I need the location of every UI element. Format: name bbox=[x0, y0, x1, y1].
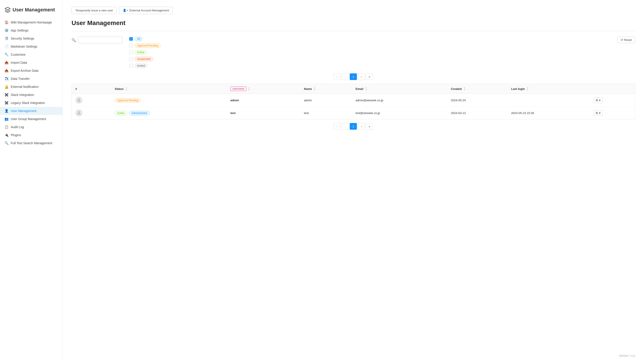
sidebar-item-audit-log[interactable]: 📋 Audit Log bbox=[0, 123, 62, 131]
footer: GROWI 7.0.6 bbox=[62, 350, 644, 362]
sidebar-nav: 🏠 Wiki Management Homepage ⚙️ App Settin… bbox=[0, 18, 62, 147]
filter-checkbox-approval-pending[interactable] bbox=[129, 44, 133, 48]
external-account-label: External Account Management bbox=[130, 9, 169, 12]
cell-email-1: test@weseek.co.jp bbox=[352, 107, 447, 120]
sidebar-item-data-transfer[interactable]: ✈️ Data Transfer bbox=[0, 75, 62, 83]
col-status: Status ▲ ▼ bbox=[111, 84, 227, 94]
reset-label: Reset bbox=[624, 38, 632, 42]
cell-status-0: Approval Pending bbox=[111, 94, 227, 107]
page-first-top[interactable]: « bbox=[334, 73, 341, 80]
page-last-top[interactable]: » bbox=[366, 73, 373, 80]
app-title: User Management bbox=[12, 7, 55, 13]
pagination-bottom: « ‹ 1 › » bbox=[72, 123, 635, 130]
cell-number-1 bbox=[72, 107, 111, 120]
cell-username-1: test bbox=[227, 107, 300, 120]
status-badge-0: Approval Pending bbox=[115, 98, 141, 103]
avatar-0 bbox=[75, 96, 82, 104]
logo-icon bbox=[4, 7, 11, 13]
search-icon: 🔍 bbox=[72, 38, 76, 42]
filter-checkbox-suspended[interactable] bbox=[129, 57, 133, 61]
sidebar-item-user-group[interactable]: 👥 User Group Management bbox=[0, 115, 62, 123]
sidebar: User Management 🏠 Wiki Management Homepa… bbox=[0, 0, 62, 362]
status-sort[interactable]: ▲ ▼ bbox=[126, 87, 128, 91]
filter-option-all[interactable]: All bbox=[129, 37, 161, 41]
sidebar-icon-import-data: 📥 bbox=[4, 60, 8, 64]
username-sort[interactable]: ▲ ▼ bbox=[248, 87, 250, 91]
sidebar-item-import-data[interactable]: 📥 Import Data bbox=[0, 58, 62, 67]
page-prev-bottom[interactable]: ‹ bbox=[342, 123, 349, 130]
page-last-bottom[interactable]: » bbox=[366, 123, 373, 130]
filter-options: All Approval Pending Active Suspended In… bbox=[129, 37, 161, 68]
sidebar-item-customize[interactable]: 🔧 Customize bbox=[0, 50, 62, 58]
sidebar-label-markdown-settings: Markdown Settings bbox=[11, 45, 37, 48]
cell-email-0: admin@weseek.co.jp bbox=[352, 94, 447, 107]
sidebar-label-fulltext-search: Full Text Search Management bbox=[11, 141, 52, 145]
gear-icon-0: ⚙ bbox=[596, 98, 598, 102]
sidebar-label-data-transfer: Data Transfer bbox=[11, 77, 30, 80]
sidebar-icon-security-settings: 🛡️ bbox=[4, 36, 8, 40]
cell-last-login-1: 2024-05-23 15:30 bbox=[508, 107, 590, 120]
page-current-bottom[interactable]: 1 bbox=[350, 123, 357, 130]
email-sort[interactable]: ▲ ▼ bbox=[365, 87, 367, 91]
cell-name-1: test bbox=[300, 107, 352, 120]
search-input[interactable] bbox=[78, 37, 122, 44]
gear-icon-1: ⚙ bbox=[596, 111, 598, 115]
cell-number-0 bbox=[72, 94, 111, 107]
created-sort[interactable]: ▲ ▼ bbox=[464, 87, 466, 91]
issue-user-button[interactable]: Temporarily issue a new user bbox=[72, 7, 117, 14]
page-next-bottom[interactable]: › bbox=[358, 123, 365, 130]
page-next-top[interactable]: › bbox=[358, 73, 365, 80]
cell-actions-1: ⚙ ▾ bbox=[590, 107, 635, 120]
sidebar-item-slack-integration[interactable]: ✖️ Slack Integration bbox=[0, 91, 62, 99]
name-sort[interactable]: ▲ ▼ bbox=[314, 87, 316, 91]
search-box: 🔍 bbox=[72, 37, 122, 44]
external-account-button[interactable]: 👤+ External Account Management bbox=[119, 7, 173, 14]
col-number: # bbox=[72, 84, 111, 94]
cell-username-0: admin bbox=[227, 94, 300, 107]
col-actions bbox=[590, 84, 635, 94]
external-account-icon: 👤+ bbox=[123, 9, 128, 12]
filter-checkbox-all[interactable] bbox=[129, 37, 133, 41]
sidebar-item-security-settings[interactable]: 🛡️ Security Settings bbox=[0, 34, 62, 42]
username-header-badge: username bbox=[230, 86, 246, 91]
page-prev-top[interactable]: ‹ bbox=[342, 73, 349, 80]
reset-button[interactable]: ↺ Reset bbox=[617, 37, 635, 43]
sidebar-icon-audit-log: 📋 bbox=[4, 125, 8, 129]
actions-button-1[interactable]: ⚙ ▾ bbox=[594, 110, 603, 116]
filter-option-approval-pending[interactable]: Approval Pending bbox=[129, 44, 161, 48]
cell-actions-0: ⚙ ▾ bbox=[590, 94, 635, 107]
sidebar-item-plugins[interactable]: 🔌 Plugins bbox=[0, 131, 62, 139]
sidebar-item-fulltext-search[interactable]: 🔍 Full Text Search Management bbox=[0, 139, 62, 147]
page-title: User Management bbox=[72, 20, 635, 26]
filter-option-invited[interactable]: Invited bbox=[129, 64, 161, 68]
sidebar-item-external-notification[interactable]: 🔔 External Notification bbox=[0, 83, 62, 91]
sidebar-item-wiki-management[interactable]: 🏠 Wiki Management Homepage bbox=[0, 18, 62, 26]
sidebar-item-legacy-slack[interactable]: ✖️ Legacy Slack Integration bbox=[0, 99, 62, 107]
filter-badge-all: All bbox=[134, 37, 142, 41]
sidebar-item-app-settings[interactable]: ⚙️ App Settings bbox=[0, 26, 62, 34]
table-header: # Status ▲ ▼ u bbox=[72, 84, 635, 94]
version-text: GROWI 7.0.6 bbox=[619, 354, 635, 358]
filter-checkbox-invited[interactable] bbox=[129, 64, 133, 68]
page-current-top[interactable]: 1 bbox=[350, 73, 357, 80]
filter-badge-invited: Invited bbox=[134, 64, 147, 68]
table-header-row: # Status ▲ ▼ u bbox=[72, 84, 635, 94]
last-login-sort[interactable]: ▲ ▼ bbox=[526, 87, 528, 91]
filter-option-suspended[interactable]: Suspended bbox=[129, 57, 161, 61]
sidebar-icon-external-notification: 🔔 bbox=[4, 85, 8, 89]
sidebar-icon-user-management: 👤 bbox=[4, 109, 8, 113]
filter-checkbox-active[interactable] bbox=[129, 50, 133, 54]
main-content: Temporarily issue a new user 👤+ External… bbox=[62, 0, 644, 350]
sidebar-label-user-management: User Management bbox=[11, 109, 36, 113]
page-first-bottom[interactable]: « bbox=[334, 123, 341, 130]
sidebar-item-export-archive[interactable]: 📤 Export Archive Data bbox=[0, 67, 62, 75]
sidebar-icon-customize: 🔧 bbox=[4, 52, 8, 56]
actions-button-0[interactable]: ⚙ ▾ bbox=[594, 98, 603, 103]
sidebar-item-markdown-settings[interactable]: 📄 Markdown Settings bbox=[0, 42, 62, 50]
cell-created-0: 2024-05-24 bbox=[447, 94, 508, 107]
sidebar-label-external-notification: External Notification bbox=[11, 85, 39, 88]
filter-option-active[interactable]: Active bbox=[129, 50, 161, 54]
pagination-top: « ‹ 1 › » bbox=[72, 73, 635, 80]
sidebar-item-user-management[interactable]: 👤 User Management bbox=[0, 107, 62, 115]
cell-created-1: 2024-03-13 bbox=[447, 107, 508, 120]
